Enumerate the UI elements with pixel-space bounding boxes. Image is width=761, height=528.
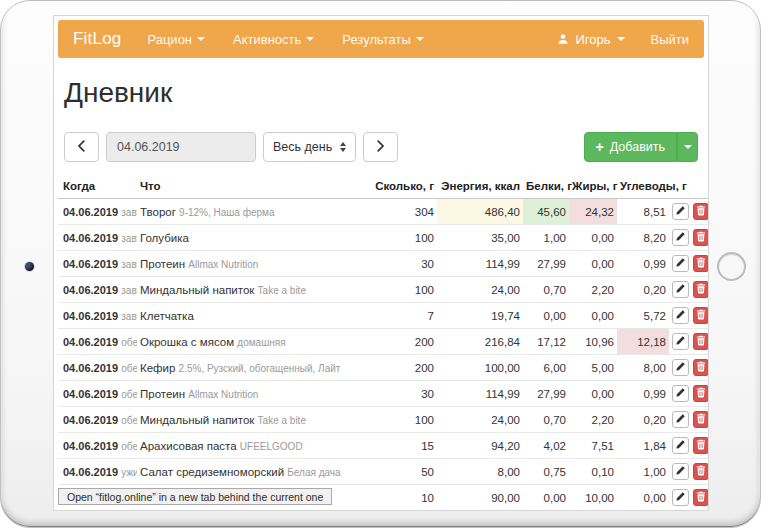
delete-button[interactable] [693,333,710,350]
pencil-icon [675,490,686,505]
delete-button[interactable] [693,307,710,324]
actions-cell [669,277,709,303]
energy-cell: 19,74 [437,303,523,329]
food-detail: Белая дача [287,467,340,478]
entry-meal: обед [121,389,137,400]
energy-cell: 35,00 [437,225,523,251]
content-area: Дневник Весь день [54,77,708,511]
brand-logo[interactable]: FitLog [73,29,121,49]
delete-button[interactable] [693,203,710,220]
actions-cell [669,251,709,277]
nav-item-label: Активность [233,32,301,47]
pencil-icon [675,438,686,453]
edit-button[interactable] [672,255,689,272]
actions-cell [669,199,709,225]
edit-button[interactable] [672,385,689,402]
delete-button[interactable] [693,281,710,298]
entry-meal: обед [121,337,137,348]
delete-button[interactable] [693,229,710,246]
edit-button[interactable] [672,333,689,350]
protein-cell: 0,70 [523,407,569,433]
fat-cell: 0,00 [569,251,617,277]
column-header: Белки, г [523,176,569,199]
trash-icon [696,282,706,297]
table-row: 04.06.2019 обедПротеин Allmax Nutrition3… [58,381,709,407]
edit-button[interactable] [672,229,689,246]
edit-button[interactable] [672,411,689,428]
pencil-icon [675,334,686,349]
prev-day-button[interactable] [64,132,99,162]
delete-button[interactable] [693,411,710,428]
column-header: Когда [58,176,137,199]
delete-button[interactable] [693,255,710,272]
what-cell: Протеин Allmax Nutrition [137,251,353,277]
period-select[interactable]: Весь день [263,132,356,162]
home-button[interactable] [717,252,746,281]
column-header: Что [137,176,353,199]
camera-dot [25,262,34,271]
fat-cell: 24,32 [569,199,617,225]
delete-button[interactable] [693,463,710,480]
edit-button[interactable] [672,307,689,324]
when-cell: 04.06.2019 обед [58,407,137,433]
entry-meal: ужин [121,467,137,478]
edit-button[interactable] [672,463,689,480]
when-cell: 04.06.2019 завтрак [58,277,137,303]
chevron-down-icon [617,37,625,41]
food-detail: Take a bite [258,415,306,426]
entry-date: 04.06.2019 [63,258,118,270]
food-detail: Allmax Nutrition [188,259,258,270]
food-detail: UFEELGOOD [240,441,303,452]
delete-button[interactable] [693,489,710,506]
column-header: Углеводы, г [617,176,669,199]
when-cell: 04.06.2019 обед [58,433,137,459]
plus-icon: + [596,140,604,154]
delete-button[interactable] [693,437,710,454]
user-name: Игорь [575,32,610,47]
add-dropdown-toggle[interactable] [677,132,698,162]
when-cell: 04.06.2019 ужин [58,459,137,485]
amount-cell: 100 [353,407,437,433]
trash-icon [696,412,706,427]
edit-button[interactable] [672,437,689,454]
edit-button[interactable] [672,489,689,506]
entry-date: 04.06.2019 [63,440,118,452]
edit-button[interactable] [672,203,689,220]
food-name: Голубика [140,232,189,244]
user-menu[interactable]: Игорь [557,32,624,47]
actions-cell [669,511,709,512]
energy-cell: 139,70 [437,511,523,512]
next-day-button[interactable] [363,132,398,162]
energy-cell: 90,00 [437,485,523,511]
pencil-icon [675,230,686,245]
fat-cell: 2,20 [569,277,617,303]
entry-meal: завтрак [121,233,137,244]
amount-cell: 100 [353,277,437,303]
table-row: 04.06.2019 ужинСалат средиземноморский Б… [58,459,709,485]
entry-date: 04.06.2019 [63,414,118,426]
food-detail: Allmax Nutrition [188,389,258,400]
delete-button[interactable] [693,359,710,376]
add-button[interactable]: + Добавить [584,132,677,162]
nav-item-label: Результаты [342,32,410,47]
energy-cell: 24,00 [437,407,523,433]
amount-cell: 100 [353,225,437,251]
edit-button[interactable] [672,359,689,376]
table-row: 04.06.2019 завтракКлетчатка719,740,000,0… [58,303,709,329]
logout-link[interactable]: Выйти [651,32,690,47]
edit-button[interactable] [672,281,689,298]
protein-cell: 0,75 [523,459,569,485]
what-cell: Семга малосоленая [137,511,353,512]
protein-cell: 45,60 [523,199,569,225]
nav-item-racion[interactable]: Рацион [147,32,205,47]
food-detail: Take a bite [258,285,306,296]
delete-button[interactable] [693,385,710,402]
when-cell: 04.06.2019 завтрак [58,199,137,225]
food-detail: 2.5%, Рузский, обогащенный, Лайт [179,363,341,374]
amount-cell: 200 [353,329,437,355]
food-name: Кефир [140,362,175,374]
amount-cell: 200 [353,355,437,381]
nav-item-activity[interactable]: Активность [233,32,314,47]
nav-item-results[interactable]: Результаты [342,32,423,47]
date-input[interactable] [106,132,256,162]
